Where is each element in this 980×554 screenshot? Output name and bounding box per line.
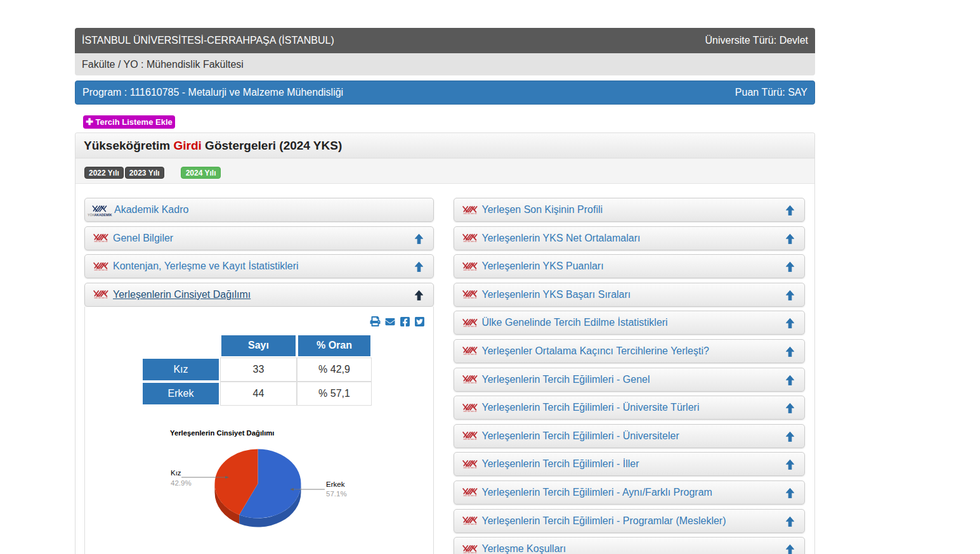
svg-text:Kız: Kız	[171, 469, 181, 477]
svg-text:AKADEMİK: AKADEMİK	[95, 212, 112, 216]
svg-text:Yerleşenlerin Cinsiyet Dağılım: Yerleşenlerin Cinsiyet Dağılımı	[170, 429, 275, 437]
svg-text:Erkek: Erkek	[326, 480, 345, 488]
svg-text:42.9%: 42.9%	[171, 479, 192, 487]
svg-text:57.1%: 57.1%	[326, 490, 347, 498]
